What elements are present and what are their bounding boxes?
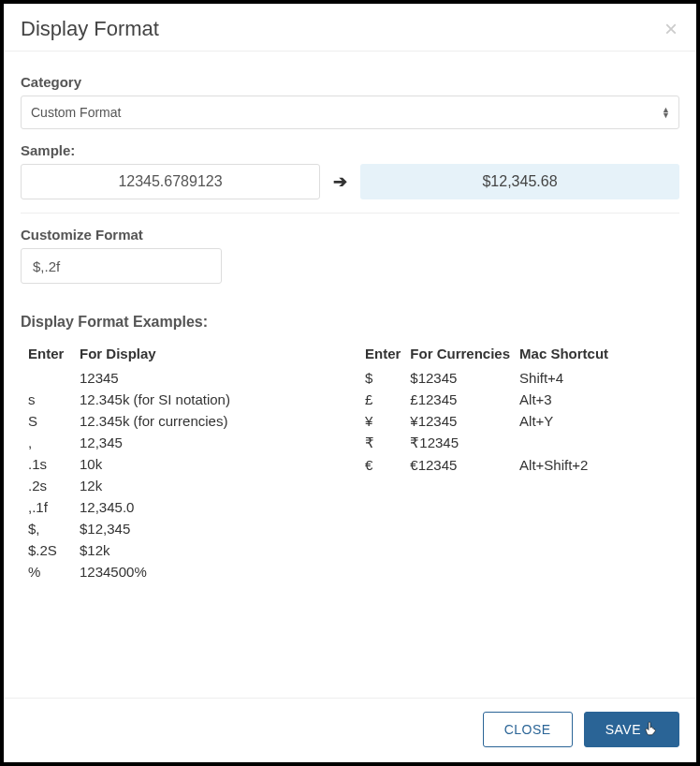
table-row: $,$12,345 — [28, 518, 337, 539]
cell-display: 10k — [80, 453, 337, 475]
dialog-body: Category Custom Format ▲▼ Sample: ➔ $12,… — [4, 61, 696, 698]
save-button[interactable]: SAVE — [584, 712, 679, 747]
cell-display: $12,345 — [80, 518, 337, 539]
dialog-title: Display Format — [21, 17, 159, 41]
cell-enter: ¥ — [365, 410, 410, 432]
cell-enter: $.2S — [28, 539, 80, 561]
examples-left: Enter For Display 12345s12.345k (for SI … — [28, 342, 337, 582]
cell-enter: , — [28, 432, 80, 453]
cell-enter: S — [28, 410, 80, 432]
pointer-cursor-icon — [645, 721, 658, 738]
table-row: .1s10k — [28, 453, 337, 475]
table-row: S12.345k (for currencies) — [28, 410, 337, 432]
table-row: ££12345Alt+3 — [365, 389, 672, 410]
cell-enter: € — [365, 454, 410, 476]
sample-input[interactable] — [21, 164, 320, 199]
col-enter: Enter — [365, 342, 410, 367]
sample-row: ➔ $12,345.68 — [21, 164, 679, 199]
cell-enter: $, — [28, 518, 80, 539]
examples-right-table: Enter For Currencies Mac Shortcut $$1234… — [365, 342, 672, 476]
cell-enter: $ — [365, 367, 410, 389]
cell-shortcut: Alt+Shift+2 — [519, 454, 672, 476]
close-icon[interactable]: × — [663, 18, 679, 40]
cell-enter: £ — [365, 389, 410, 410]
format-input[interactable] — [21, 248, 222, 284]
cell-enter: % — [28, 561, 80, 582]
cell-enter: ₹ — [365, 432, 410, 454]
table-row: ¥¥12345Alt+Y — [365, 410, 672, 432]
examples-heading: Display Format Examples: — [21, 314, 679, 331]
category-select-wrap: Custom Format ▲▼ — [21, 96, 679, 129]
col-enter: Enter — [28, 342, 80, 367]
cell-display: $12k — [80, 539, 337, 561]
cell-display: 12345 — [80, 367, 337, 389]
table-row: $$12345Shift+4 — [365, 367, 672, 389]
save-button-label: SAVE — [605, 722, 641, 737]
examples-right: Enter For Currencies Mac Shortcut $$1234… — [365, 342, 672, 582]
sample-output: $12,345.68 — [360, 164, 679, 199]
category-select[interactable]: Custom Format — [21, 96, 679, 129]
cell-display: 12k — [80, 475, 337, 496]
table-row: s12.345k (for SI notation) — [28, 389, 337, 410]
cell-enter: .1s — [28, 453, 80, 475]
cell-shortcut: Alt+Y — [519, 410, 672, 432]
cell-display: ₹12345 — [410, 432, 519, 454]
cell-enter: s — [28, 389, 80, 410]
table-row: %1234500% — [28, 561, 337, 582]
cell-display: 12.345k (for currencies) — [80, 410, 337, 432]
cell-display: 12.345k (for SI notation) — [80, 389, 337, 410]
cell-display: £12345 — [410, 389, 519, 410]
category-label: Category — [21, 74, 679, 90]
cell-enter: .2s — [28, 475, 80, 496]
col-mac-shortcut: Mac Shortcut — [519, 342, 672, 367]
cell-enter — [28, 367, 80, 389]
dialog-header: Display Format × — [4, 4, 696, 52]
table-row: $.2S$12k — [28, 539, 337, 561]
customize-label: Customize Format — [21, 227, 679, 243]
examples-left-table: Enter For Display 12345s12.345k (for SI … — [28, 342, 337, 582]
table-row: .2s12k — [28, 475, 337, 496]
dialog-footer: CLOSE SAVE — [4, 698, 696, 762]
col-for-display: For Display — [80, 342, 337, 367]
display-format-dialog: Display Format × Category Custom Format … — [4, 4, 696, 762]
close-button-label: CLOSE — [504, 722, 551, 737]
cell-display: ¥12345 — [410, 410, 519, 432]
arrow-right-icon: ➔ — [333, 171, 347, 192]
table-row: 12345 — [28, 367, 337, 389]
cell-display: $12345 — [410, 367, 519, 389]
sample-label: Sample: — [21, 142, 679, 158]
cell-display: €12345 — [410, 454, 519, 476]
col-for-currencies: For Currencies — [410, 342, 519, 367]
separator — [21, 213, 679, 214]
cell-display: 12,345.0 — [80, 496, 337, 518]
table-row: ₹₹12345 — [365, 432, 672, 454]
cell-shortcut — [519, 432, 672, 454]
close-button[interactable]: CLOSE — [483, 712, 573, 747]
table-row: €€12345Alt+Shift+2 — [365, 454, 672, 476]
cell-enter: ,.1f — [28, 496, 80, 518]
table-row: ,12,345 — [28, 432, 337, 453]
table-row: ,.1f12,345.0 — [28, 496, 337, 518]
cell-display: 12,345 — [80, 432, 337, 453]
cell-display: 1234500% — [80, 561, 337, 582]
cell-shortcut: Shift+4 — [519, 367, 672, 389]
cell-shortcut: Alt+3 — [519, 389, 672, 410]
examples-tables: Enter For Display 12345s12.345k (for SI … — [21, 342, 679, 582]
